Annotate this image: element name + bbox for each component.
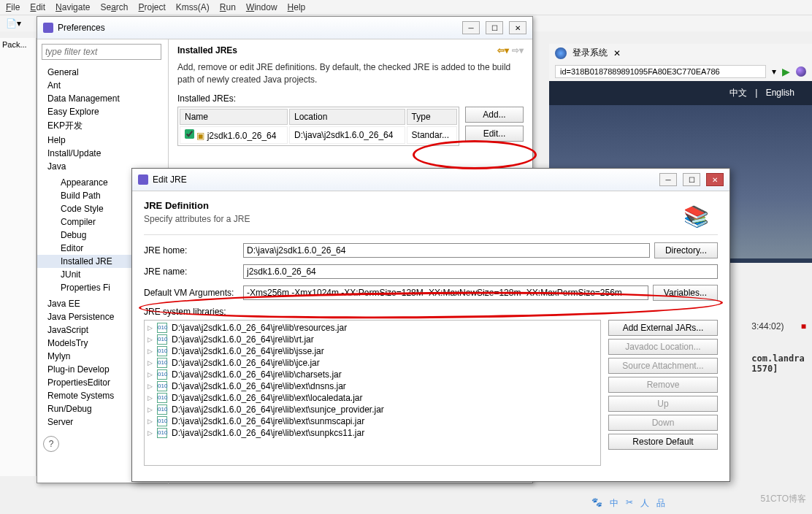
jre-name-input[interactable] bbox=[243, 264, 718, 279]
close-button[interactable]: ✕ bbox=[706, 173, 724, 186]
lib-item[interactable]: ▷010D:\java\j2sdk1.6.0_26_64\jre\lib\ext… bbox=[146, 427, 599, 439]
lib-side-button[interactable]: Restore Default bbox=[608, 434, 718, 450]
tree-item[interactable]: General bbox=[37, 66, 168, 79]
lib-side-button: Remove bbox=[608, 377, 718, 393]
lib-item[interactable]: ▷010D:\java\j2sdk1.6.0_26_64\jre\lib\rt.… bbox=[146, 334, 599, 345]
libs-label: JRE system libraries: bbox=[144, 307, 718, 317]
jar-icon: 010 bbox=[157, 323, 167, 333]
expand-icon[interactable]: ▷ bbox=[148, 359, 153, 367]
tree-item[interactable]: EKP开发 bbox=[37, 118, 168, 134]
lib-item[interactable]: ▷010D:\java\j2sdk1.6.0_26_64\jre\lib\res… bbox=[146, 322, 599, 334]
editjre-titlebar[interactable]: Edit JRE ─ ☐ ✕ bbox=[132, 169, 729, 191]
eclipse-icon[interactable] bbox=[796, 66, 806, 77]
person-icon[interactable]: 人 bbox=[640, 497, 649, 510]
libs-list[interactable]: ▷010D:\java\j2sdk1.6.0_26_64\jre\lib\res… bbox=[144, 320, 601, 466]
back-icon[interactable]: ⇦▾ bbox=[497, 45, 509, 55]
main-menubar[interactable]: File Edit Navigate Search Project Kmss(A… bbox=[0, 0, 812, 15]
forward-icon[interactable]: ⇨▾ bbox=[512, 45, 524, 55]
url-bar[interactable]: id=318B0187889891095FA80E3C770EA786 bbox=[555, 65, 766, 78]
jar-icon: 010 bbox=[157, 393, 167, 403]
blog-watermark: 51CTO博客 bbox=[761, 493, 806, 505]
installed-jres-label: Installed JREs: bbox=[177, 93, 524, 104]
dropdown-icon[interactable]: ▾ bbox=[772, 66, 776, 77]
jre-table[interactable]: Name Location Type ▣ j2sdk1.6.0_26_64 D:… bbox=[177, 107, 459, 146]
section-description: Add, remove or edit JRE definitions. By … bbox=[177, 61, 524, 86]
col-location[interactable]: Location bbox=[289, 109, 405, 125]
variables-button[interactable]: Variables... bbox=[653, 285, 718, 301]
menu-kmss[interactable]: Kmss(A) bbox=[176, 2, 210, 12]
lib-side-button[interactable]: Add External JARs... bbox=[608, 320, 718, 336]
paw-icon[interactable]: 🐾 bbox=[591, 497, 602, 510]
tree-item[interactable]: Help bbox=[37, 134, 168, 147]
books-icon: 📚 bbox=[683, 204, 709, 229]
filter-input[interactable] bbox=[42, 44, 161, 60]
expand-icon[interactable]: ▷ bbox=[148, 371, 153, 378]
grid-icon[interactable]: 品 bbox=[656, 497, 665, 510]
expand-icon[interactable]: ▷ bbox=[148, 383, 153, 390]
menu-navigate[interactable]: Navigate bbox=[55, 2, 90, 12]
lib-item[interactable]: ▷010D:\java\j2sdk1.6.0_26_64\jre\lib\cha… bbox=[146, 369, 599, 380]
lib-item[interactable]: ▷010D:\java\j2sdk1.6.0_26_64\jre\lib\jss… bbox=[146, 345, 599, 357]
lib-item[interactable]: ▷010D:\java\j2sdk1.6.0_26_64\jre\lib\ext… bbox=[146, 380, 599, 392]
go-icon[interactable]: ▶ bbox=[782, 66, 790, 77]
jre-home-input[interactable] bbox=[243, 243, 650, 258]
tree-item[interactable]: Ant bbox=[37, 79, 168, 92]
jre-name: j2sdk1.6.0_26_64 bbox=[207, 131, 277, 141]
zhong-icon[interactable]: 中 bbox=[610, 497, 618, 510]
lib-item[interactable]: ▷010D:\java\j2sdk1.6.0_26_64\jre\lib\jce… bbox=[146, 357, 599, 369]
jar-icon: 010 bbox=[157, 346, 167, 356]
tree-item[interactable]: Easy Explore bbox=[37, 105, 168, 118]
minimize-button[interactable]: ─ bbox=[659, 173, 677, 186]
expand-icon[interactable]: ▷ bbox=[148, 406, 153, 413]
section-heading: Installed JREs bbox=[177, 45, 237, 55]
add-button[interactable]: Add... bbox=[465, 107, 524, 123]
close-button[interactable]: ✕ bbox=[509, 21, 526, 34]
expand-icon[interactable]: ▷ bbox=[148, 418, 153, 425]
new-icon[interactable]: 📄▾ bbox=[6, 18, 21, 28]
col-type[interactable]: Type bbox=[407, 109, 457, 125]
console-snippet: 3:44:02) ■ com.landra 1570] bbox=[751, 321, 806, 374]
editjre-icon bbox=[138, 174, 148, 185]
tab-close-icon[interactable]: ✕ bbox=[613, 48, 621, 58]
jar-icon: 010 bbox=[157, 334, 167, 345]
maximize-button[interactable]: ☐ bbox=[683, 173, 700, 186]
lib-item[interactable]: ▷010D:\java\j2sdk1.6.0_26_64\jre\lib\ext… bbox=[146, 415, 599, 427]
directory-button[interactable]: Directory... bbox=[654, 242, 718, 258]
menu-file[interactable]: File bbox=[6, 2, 20, 12]
menu-edit[interactable]: Edit bbox=[30, 2, 45, 12]
prefs-title: Preferences bbox=[58, 23, 105, 33]
lib-item[interactable]: ▷010D:\java\j2sdk1.6.0_26_64\jre\lib\ext… bbox=[146, 404, 599, 415]
expand-icon[interactable]: ▷ bbox=[148, 394, 153, 402]
menu-help[interactable]: Help bbox=[288, 2, 306, 12]
table-row[interactable]: ▣ j2sdk1.6.0_26_64 D:\java\j2sdk1.6.0_26… bbox=[180, 126, 457, 144]
help-icon[interactable]: ? bbox=[43, 436, 59, 452]
bottom-icons: 🐾 中 ✂ 人 品 bbox=[591, 497, 665, 510]
menu-run[interactable]: Run bbox=[220, 2, 236, 12]
edit-button[interactable]: Edit... bbox=[465, 126, 524, 142]
menu-search[interactable]: Search bbox=[100, 2, 128, 12]
scissors-icon[interactable]: ✂ bbox=[626, 497, 633, 510]
lib-side-button: Javadoc Location... bbox=[608, 339, 718, 355]
expand-icon[interactable]: ▷ bbox=[148, 429, 153, 437]
pack-label[interactable]: Pack... bbox=[0, 38, 36, 51]
prefs-titlebar[interactable]: Preferences ─ ☐ ✕ bbox=[37, 17, 532, 39]
edit-jre-dialog: Edit JRE ─ ☐ ✕ JRE Definition Specify at… bbox=[131, 168, 730, 482]
globe-icon bbox=[555, 47, 567, 59]
maximize-button[interactable]: ☐ bbox=[486, 21, 503, 34]
menu-window[interactable]: Window bbox=[246, 2, 277, 12]
jar-icon: 010 bbox=[157, 369, 167, 380]
tree-item[interactable]: Data Management bbox=[37, 92, 168, 105]
lib-item[interactable]: ▷010D:\java\j2sdk1.6.0_26_64\jre\lib\ext… bbox=[146, 392, 599, 404]
col-name[interactable]: Name bbox=[180, 109, 288, 125]
expand-icon[interactable]: ▷ bbox=[148, 348, 153, 355]
lang-en[interactable]: English bbox=[766, 88, 794, 98]
vm-args-input[interactable] bbox=[243, 285, 648, 300]
tree-item[interactable]: Install/Update bbox=[37, 147, 168, 160]
expand-icon[interactable]: ▷ bbox=[148, 324, 153, 331]
menu-project[interactable]: Project bbox=[138, 2, 165, 12]
expand-icon[interactable]: ▷ bbox=[148, 336, 153, 343]
minimize-button[interactable]: ─ bbox=[462, 21, 480, 34]
jre-checkbox[interactable] bbox=[185, 129, 194, 139]
lang-cn[interactable]: 中文 bbox=[729, 88, 747, 98]
browser-tab-title[interactable]: 登录系统 bbox=[572, 47, 608, 59]
